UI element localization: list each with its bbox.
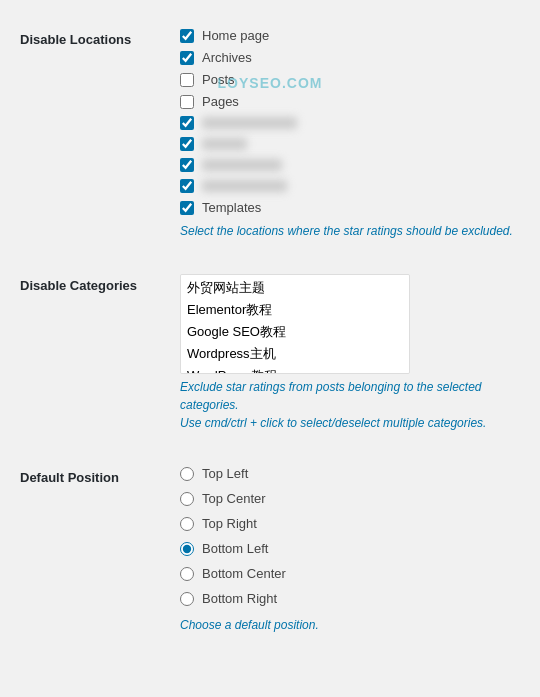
checkbox-row-homepage: Home page <box>180 28 520 43</box>
radio-label-bottomleft: Bottom Left <box>202 541 268 556</box>
blurred-label-1 <box>202 117 297 129</box>
radio-row-topleft: Top Left <box>180 466 520 481</box>
radio-label-bottomright: Bottom Right <box>202 591 277 606</box>
radio-label-topright: Top Right <box>202 516 257 531</box>
radio-topright[interactable] <box>180 517 194 531</box>
radio-row-topcenter: Top Center <box>180 491 520 506</box>
checkbox-archives[interactable] <box>180 51 194 65</box>
disable-locations-hint: Select the locations where the star rati… <box>180 222 520 240</box>
category-option-4[interactable]: Wordpress主机 <box>183 343 407 365</box>
default-position-label: Default Position <box>20 458 180 650</box>
settings-table: Disable Locations Home page Archives <box>20 20 520 650</box>
category-option-1[interactable]: 外贸网站主题 <box>183 277 407 299</box>
settings-wrapper: LOYSEO.COM Disable Locations Home page A… <box>20 20 520 650</box>
checkbox-homepage[interactable] <box>180 29 194 43</box>
blurred-label-4 <box>202 180 287 192</box>
categories-hint-line1: Exclude star ratings from posts belongin… <box>180 380 482 412</box>
radio-label-topleft: Top Left <box>202 466 248 481</box>
checkbox-row-blur1 <box>180 116 520 130</box>
checkbox-label-homepage: Home page <box>202 28 269 43</box>
checkbox-blur3[interactable] <box>180 158 194 172</box>
checkbox-row-blur4 <box>180 179 520 193</box>
checkbox-posts[interactable] <box>180 73 194 87</box>
checkbox-row-archives: Archives <box>180 50 520 65</box>
category-option-2[interactable]: Elementor教程 <box>183 299 407 321</box>
radio-bottomleft[interactable] <box>180 542 194 556</box>
radio-row-bottomright: Bottom Right <box>180 591 520 606</box>
blurred-label-2 <box>202 138 247 150</box>
default-position-control: Top Left Top Center Top Right <box>180 458 520 650</box>
checkbox-row-blur3 <box>180 158 520 172</box>
checkbox-blur1[interactable] <box>180 116 194 130</box>
checkbox-pages[interactable] <box>180 95 194 109</box>
radio-row-bottomleft: Bottom Left <box>180 541 520 556</box>
disable-categories-label: Disable Categories <box>20 266 180 448</box>
default-position-row: Default Position Top Left Top Center <box>20 458 520 650</box>
checkbox-blur2[interactable] <box>180 137 194 151</box>
disable-categories-row: Disable Categories 外贸网站主题 Elementor教程 Go… <box>20 266 520 448</box>
checkbox-blur4[interactable] <box>180 179 194 193</box>
radio-row-bottomcenter: Bottom Center <box>180 566 520 581</box>
category-option-5[interactable]: WordPress教程 <box>183 365 407 374</box>
checkbox-row-pages: Pages <box>180 94 520 109</box>
checkbox-row-templates: Templates <box>180 200 520 215</box>
radio-topcenter[interactable] <box>180 492 194 506</box>
radio-label-bottomcenter: Bottom Center <box>202 566 286 581</box>
disable-locations-control: Home page Archives Posts P <box>180 20 520 256</box>
checkbox-label-pages: Pages <box>202 94 239 109</box>
categories-select[interactable]: 外贸网站主题 Elementor教程 Google SEO教程 Wordpres… <box>180 274 410 374</box>
checkbox-row-posts: Posts <box>180 72 520 87</box>
checkbox-label-templates: Templates <box>202 200 261 215</box>
spacer-1 <box>20 256 520 266</box>
radio-bottomright[interactable] <box>180 592 194 606</box>
category-option-3[interactable]: Google SEO教程 <box>183 321 407 343</box>
default-position-hint: Choose a default position. <box>180 616 520 634</box>
disable-categories-hint: Exclude star ratings from posts belongin… <box>180 378 510 432</box>
disable-categories-control: 外贸网站主题 Elementor教程 Google SEO教程 Wordpres… <box>180 266 520 448</box>
categories-hint-line2: Use cmd/ctrl + click to select/deselect … <box>180 416 486 430</box>
checkbox-row-blur2 <box>180 137 520 151</box>
checkbox-label-archives: Archives <box>202 50 252 65</box>
disable-locations-label: Disable Locations <box>20 20 180 256</box>
checkbox-templates[interactable] <box>180 201 194 215</box>
radio-row-topright: Top Right <box>180 516 520 531</box>
blurred-label-3 <box>202 159 282 171</box>
radio-topleft[interactable] <box>180 467 194 481</box>
radio-label-topcenter: Top Center <box>202 491 266 506</box>
checkbox-label-posts: Posts <box>202 72 235 87</box>
radio-bottomcenter[interactable] <box>180 567 194 581</box>
disable-locations-row: Disable Locations Home page Archives <box>20 20 520 256</box>
spacer-2 <box>20 448 520 458</box>
